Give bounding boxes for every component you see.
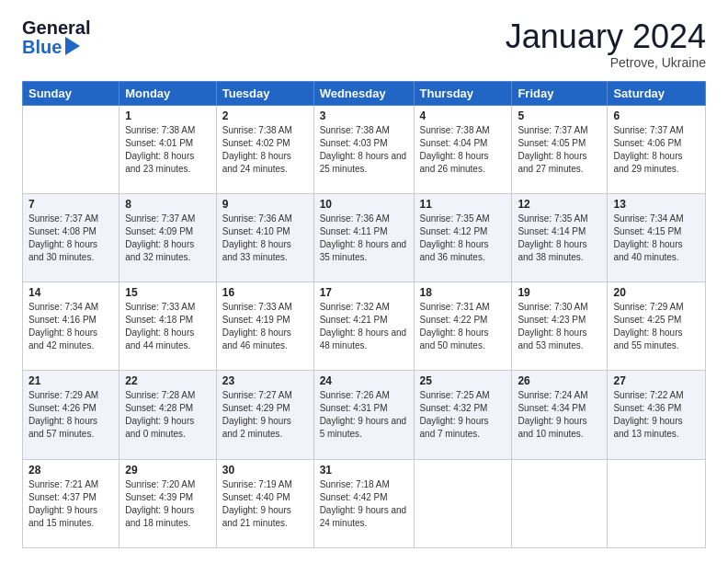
sunset-text: Sunset: 4:06 PM bbox=[613, 137, 700, 150]
sunset-text: Sunset: 4:22 PM bbox=[420, 314, 506, 327]
sunrise-text: Sunrise: 7:38 AM bbox=[125, 124, 210, 137]
day-number: 19 bbox=[518, 286, 601, 299]
daylight-text: Daylight: 8 hours and 25 minutes. bbox=[320, 150, 408, 176]
daylight-text: Daylight: 8 hours and 33 minutes. bbox=[222, 238, 308, 264]
day-number: 9 bbox=[222, 198, 308, 211]
day-number: 26 bbox=[518, 374, 601, 387]
daylight-text: Daylight: 9 hours and 21 minutes. bbox=[222, 504, 308, 530]
day-number: 14 bbox=[28, 286, 113, 299]
sunset-text: Sunset: 4:19 PM bbox=[222, 314, 308, 327]
sunset-text: Sunset: 4:09 PM bbox=[125, 225, 210, 238]
daylight-text: Daylight: 8 hours and 46 minutes. bbox=[222, 327, 308, 352]
daylight-text: Daylight: 9 hours and 7 minutes. bbox=[420, 415, 506, 441]
day-cell: 15 Sunrise: 7:33 AM Sunset: 4:18 PM Dayl… bbox=[119, 282, 217, 371]
day-cell: 11 Sunrise: 7:35 AM Sunset: 4:12 PM Dayl… bbox=[414, 193, 512, 282]
daylight-text: Daylight: 8 hours and 30 minutes. bbox=[28, 238, 113, 264]
weekday-header-friday: Friday bbox=[512, 81, 608, 105]
day-number: 15 bbox=[125, 286, 210, 299]
day-info: Sunrise: 7:26 AM Sunset: 4:31 PM Dayligh… bbox=[320, 389, 408, 441]
daylight-text: Daylight: 9 hours and 24 minutes. bbox=[320, 504, 408, 530]
day-number: 24 bbox=[320, 374, 408, 387]
sunrise-text: Sunrise: 7:27 AM bbox=[222, 389, 308, 402]
day-cell: 7 Sunrise: 7:37 AM Sunset: 4:08 PM Dayli… bbox=[23, 193, 119, 282]
day-number: 3 bbox=[320, 109, 408, 122]
sunset-text: Sunset: 4:32 PM bbox=[420, 402, 506, 415]
sunrise-text: Sunrise: 7:38 AM bbox=[320, 124, 408, 137]
day-info: Sunrise: 7:19 AM Sunset: 4:40 PM Dayligh… bbox=[222, 478, 308, 530]
sunrise-text: Sunrise: 7:24 AM bbox=[518, 389, 601, 402]
day-number: 2 bbox=[222, 109, 308, 122]
week-row-2: 7 Sunrise: 7:37 AM Sunset: 4:08 PM Dayli… bbox=[23, 193, 706, 282]
week-row-4: 21 Sunrise: 7:29 AM Sunset: 4:26 PM Dayl… bbox=[23, 371, 706, 459]
sunset-text: Sunset: 4:15 PM bbox=[613, 225, 700, 238]
day-cell bbox=[23, 105, 119, 193]
daylight-text: Daylight: 9 hours and 18 minutes. bbox=[125, 504, 210, 530]
sunrise-text: Sunrise: 7:36 AM bbox=[222, 213, 308, 225]
daylight-text: Daylight: 8 hours and 40 minutes. bbox=[613, 238, 700, 264]
day-info: Sunrise: 7:37 AM Sunset: 4:08 PM Dayligh… bbox=[28, 213, 113, 264]
sunset-text: Sunset: 4:40 PM bbox=[222, 491, 308, 504]
daylight-text: Daylight: 8 hours and 55 minutes. bbox=[613, 327, 700, 352]
daylight-text: Daylight: 8 hours and 36 minutes. bbox=[420, 238, 506, 264]
day-info: Sunrise: 7:38 AM Sunset: 4:01 PM Dayligh… bbox=[125, 124, 210, 176]
sunset-text: Sunset: 4:05 PM bbox=[518, 137, 601, 150]
sunset-text: Sunset: 4:37 PM bbox=[28, 491, 113, 504]
daylight-text: Daylight: 8 hours and 42 minutes. bbox=[28, 327, 113, 352]
sunrise-text: Sunrise: 7:22 AM bbox=[613, 389, 700, 402]
header: General Blue January 2024 Petrove, Ukrai… bbox=[22, 18, 706, 70]
sunset-text: Sunset: 4:02 PM bbox=[222, 137, 308, 150]
sunset-text: Sunset: 4:21 PM bbox=[320, 314, 408, 327]
sunrise-text: Sunrise: 7:38 AM bbox=[420, 124, 506, 137]
sunset-text: Sunset: 4:10 PM bbox=[222, 225, 308, 238]
day-cell: 29 Sunrise: 7:20 AM Sunset: 4:39 PM Dayl… bbox=[119, 459, 217, 547]
sunset-text: Sunset: 4:34 PM bbox=[518, 402, 601, 415]
sunrise-text: Sunrise: 7:32 AM bbox=[320, 301, 408, 314]
daylight-text: Daylight: 8 hours and 26 minutes. bbox=[420, 150, 506, 176]
day-number: 31 bbox=[320, 464, 408, 477]
week-row-1: 1 Sunrise: 7:38 AM Sunset: 4:01 PM Dayli… bbox=[23, 105, 706, 193]
day-info: Sunrise: 7:38 AM Sunset: 4:04 PM Dayligh… bbox=[420, 124, 506, 176]
daylight-text: Daylight: 8 hours and 53 minutes. bbox=[518, 327, 601, 352]
sunset-text: Sunset: 4:11 PM bbox=[320, 225, 408, 238]
sunrise-text: Sunrise: 7:34 AM bbox=[28, 301, 113, 314]
day-number: 10 bbox=[320, 198, 408, 211]
day-cell: 6 Sunrise: 7:37 AM Sunset: 4:06 PM Dayli… bbox=[608, 105, 706, 193]
daylight-text: Daylight: 8 hours and 48 minutes. bbox=[320, 327, 408, 352]
daylight-text: Daylight: 8 hours and 29 minutes. bbox=[613, 150, 700, 176]
logo: General Blue bbox=[22, 18, 90, 57]
sunrise-text: Sunrise: 7:33 AM bbox=[222, 301, 308, 314]
day-number: 25 bbox=[420, 374, 506, 387]
day-cell: 22 Sunrise: 7:28 AM Sunset: 4:28 PM Dayl… bbox=[119, 371, 217, 459]
day-number: 5 bbox=[518, 109, 601, 122]
day-cell bbox=[414, 459, 512, 547]
sunrise-text: Sunrise: 7:30 AM bbox=[518, 301, 601, 314]
day-number: 22 bbox=[125, 374, 210, 387]
sunrise-text: Sunrise: 7:35 AM bbox=[420, 213, 506, 225]
daylight-text: Daylight: 8 hours and 38 minutes. bbox=[518, 238, 601, 264]
sunrise-text: Sunrise: 7:29 AM bbox=[613, 301, 700, 314]
day-info: Sunrise: 7:33 AM Sunset: 4:19 PM Dayligh… bbox=[222, 301, 308, 352]
sunset-text: Sunset: 4:36 PM bbox=[613, 402, 700, 415]
weekday-header-row: SundayMondayTuesdayWednesdayThursdayFrid… bbox=[23, 81, 706, 105]
title-block: January 2024 Petrove, Ukraine bbox=[506, 18, 706, 70]
sunrise-text: Sunrise: 7:38 AM bbox=[222, 124, 308, 137]
day-cell: 25 Sunrise: 7:25 AM Sunset: 4:32 PM Dayl… bbox=[414, 371, 512, 459]
day-info: Sunrise: 7:37 AM Sunset: 4:06 PM Dayligh… bbox=[613, 124, 700, 176]
daylight-text: Daylight: 9 hours and 2 minutes. bbox=[222, 415, 308, 441]
weekday-header-wednesday: Wednesday bbox=[313, 81, 414, 105]
sunrise-text: Sunrise: 7:31 AM bbox=[420, 301, 506, 314]
weekday-header-sunday: Sunday bbox=[23, 81, 119, 105]
logo-line1: General bbox=[22, 18, 90, 37]
day-number: 11 bbox=[420, 198, 506, 211]
day-number: 27 bbox=[613, 374, 700, 387]
daylight-text: Daylight: 8 hours and 27 minutes. bbox=[518, 150, 601, 176]
sunset-text: Sunset: 4:42 PM bbox=[320, 491, 408, 504]
day-info: Sunrise: 7:38 AM Sunset: 4:02 PM Dayligh… bbox=[222, 124, 308, 176]
daylight-text: Daylight: 8 hours and 23 minutes. bbox=[125, 150, 210, 176]
weekday-header-monday: Monday bbox=[119, 81, 217, 105]
sunset-text: Sunset: 4:08 PM bbox=[28, 225, 113, 238]
calendar-table: SundayMondayTuesdayWednesdayThursdayFrid… bbox=[22, 81, 706, 548]
sunset-text: Sunset: 4:26 PM bbox=[28, 402, 113, 415]
day-info: Sunrise: 7:22 AM Sunset: 4:36 PM Dayligh… bbox=[613, 389, 700, 441]
sunset-text: Sunset: 4:01 PM bbox=[125, 137, 210, 150]
